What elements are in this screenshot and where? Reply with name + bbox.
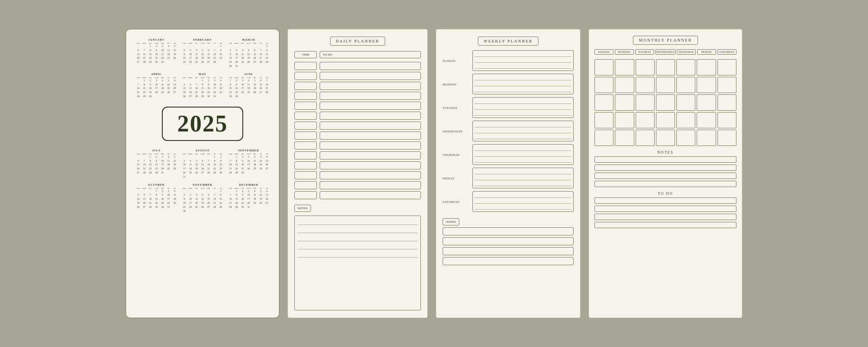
- todo-cell[interactable]: [320, 82, 421, 90]
- calendar-month: APRILsunmontuewedthufrisat12345678910111…: [135, 73, 178, 98]
- todo-cell[interactable]: [320, 161, 421, 169]
- todo-cell[interactable]: [320, 131, 421, 140]
- todo-cell[interactable]: [320, 62, 421, 70]
- time-row: [294, 151, 421, 159]
- monthly-grid-cell[interactable]: [594, 94, 613, 111]
- time-cell[interactable]: [294, 62, 317, 70]
- monthly-grid-cell[interactable]: [656, 59, 675, 75]
- monthly-grid-cell[interactable]: [697, 94, 716, 111]
- monthly-grid-cell[interactable]: [615, 112, 634, 128]
- monthly-grid-cell[interactable]: [717, 77, 736, 93]
- day-label: FRIDAY: [443, 168, 470, 188]
- monthly-grid-cell[interactable]: [697, 112, 716, 128]
- time-cell[interactable]: [294, 82, 317, 90]
- todo-cell[interactable]: [320, 191, 421, 199]
- todo-cell[interactable]: [320, 141, 421, 150]
- time-cell[interactable]: [294, 181, 317, 189]
- weekly-day-row: MONDAY: [443, 74, 574, 94]
- monthly-header-cell: MONDAY: [615, 49, 634, 55]
- todo-cell[interactable]: [320, 151, 421, 159]
- monthly-grid-cell[interactable]: [615, 59, 634, 75]
- monthly-grid-cell[interactable]: [594, 59, 613, 75]
- day-label: THURSDAY: [443, 144, 470, 165]
- monthly-grid-cell[interactable]: [636, 130, 655, 146]
- time-cell[interactable]: [294, 171, 317, 179]
- monthly-grid-cell[interactable]: [676, 59, 695, 75]
- todo-cell[interactable]: [320, 122, 421, 130]
- time-cell[interactable]: [294, 112, 317, 120]
- monthly-grid-cell[interactable]: [676, 130, 695, 146]
- todo-cell[interactable]: [320, 171, 421, 179]
- time-row: [294, 92, 421, 100]
- todo-cell[interactable]: [320, 102, 421, 110]
- monthly-grid-cell[interactable]: [717, 130, 736, 146]
- monthly-header-cell: SUNDAY: [594, 49, 613, 55]
- day-box-line: [475, 105, 571, 110]
- monthly-grid-cell[interactable]: [676, 77, 695, 93]
- monthly-grid-cell[interactable]: [697, 77, 716, 93]
- todo-cell[interactable]: [320, 112, 421, 120]
- monthly-grid-cell[interactable]: [636, 77, 655, 93]
- day-box-line: [475, 205, 571, 210]
- monthly-notes-line: [594, 181, 736, 187]
- monthly-grid-cell[interactable]: [656, 77, 675, 93]
- monthly-grid-cell[interactable]: [615, 94, 634, 111]
- time-cell[interactable]: [294, 102, 317, 110]
- daily-planner-title: DAILY PLANNER: [330, 37, 386, 46]
- todo-label: TO DO: [320, 51, 421, 58]
- monthly-grid-cell[interactable]: [594, 77, 613, 93]
- day-box-line: [475, 111, 571, 116]
- monthly-grid-cell[interactable]: [697, 130, 716, 146]
- time-cell[interactable]: [294, 72, 317, 80]
- day-box[interactable]: [472, 121, 574, 141]
- monthly-grid-cell[interactable]: [676, 112, 695, 128]
- time-cell[interactable]: [294, 92, 317, 100]
- weekly-notes-box-4: [443, 257, 574, 265]
- notes-section-label: NOTES: [294, 205, 311, 212]
- weekly-day-row: THURSDAY: [443, 144, 574, 165]
- monthly-grid-cell[interactable]: [676, 94, 695, 111]
- monthly-header-cell: TUESDAY: [635, 49, 654, 55]
- monthly-grid-cell[interactable]: [636, 94, 655, 111]
- day-box-line: [475, 123, 571, 127]
- time-cell[interactable]: [294, 161, 317, 169]
- todo-cell[interactable]: [320, 181, 421, 189]
- monthly-days-header: SUNDAYMONDAYTUESDAYWEDNESDAYTHURSDAYFRID…: [594, 49, 736, 55]
- monthly-grid-cell[interactable]: [717, 59, 736, 75]
- weekly-day-row: SUNDAY: [443, 50, 574, 71]
- day-box[interactable]: [472, 74, 574, 94]
- time-cell[interactable]: [294, 191, 317, 199]
- monthly-grid-cell[interactable]: [594, 130, 613, 146]
- day-box[interactable]: [472, 97, 574, 118]
- day-label: WEDNESDAY: [443, 121, 470, 141]
- monthly-grid-cell[interactable]: [636, 59, 655, 75]
- monthly-grid-cell[interactable]: [697, 59, 716, 75]
- todo-cell[interactable]: [320, 72, 421, 80]
- monthly-grid-cell[interactable]: [717, 112, 736, 128]
- day-box[interactable]: [472, 144, 574, 165]
- monthly-grid-cell[interactable]: [717, 94, 736, 111]
- monthly-grid-cell[interactable]: [656, 130, 675, 146]
- weekly-notes-section: NOTES: [443, 216, 574, 265]
- year-number: 2025: [172, 112, 233, 136]
- day-box[interactable]: [472, 50, 574, 71]
- day-box[interactable]: [472, 168, 574, 188]
- day-box-line: [475, 82, 571, 86]
- monthly-grid-cell[interactable]: [615, 77, 634, 93]
- time-cell[interactable]: [294, 151, 317, 159]
- day-box-line: [475, 158, 571, 163]
- day-box[interactable]: [472, 191, 574, 212]
- time-row: [294, 191, 421, 199]
- time-cell[interactable]: [294, 122, 317, 130]
- weekly-day-row: FRIDAY: [443, 168, 574, 188]
- monthly-grid-cell[interactable]: [656, 112, 675, 128]
- time-row: [294, 181, 421, 189]
- todo-cell[interactable]: [320, 92, 421, 100]
- monthly-grid-cell[interactable]: [594, 112, 613, 128]
- time-cell[interactable]: [294, 141, 317, 150]
- monthly-grid-cell[interactable]: [615, 130, 634, 146]
- monthly-grid-cell[interactable]: [656, 94, 675, 111]
- monthly-grid-cell[interactable]: [636, 112, 655, 128]
- day-box-line: [475, 146, 571, 151]
- time-cell[interactable]: [294, 131, 317, 140]
